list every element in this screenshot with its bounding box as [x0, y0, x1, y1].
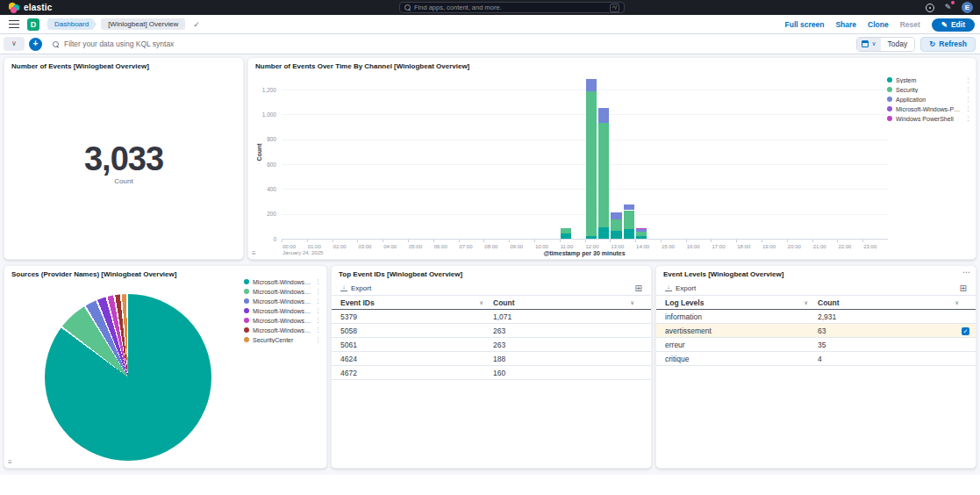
- legend-toggle-icon[interactable]: ≡: [252, 249, 256, 257]
- x-axis-tick: 04:00: [383, 244, 397, 249]
- legend-label: System: [896, 77, 962, 83]
- legend-options-icon[interactable]: ⋮: [315, 336, 321, 343]
- bar-chart: Count 02004006008001,0001,200 January 24…: [248, 72, 976, 259]
- legend-options-icon[interactable]: ⋮: [315, 317, 321, 324]
- table-row: erreur35: [656, 338, 976, 352]
- legend-options-icon[interactable]: ⋮: [965, 76, 971, 83]
- kql-query-input[interactable]: Filter your data using KQL syntax: [53, 39, 856, 48]
- sort-chevron-icon: ∨: [630, 299, 634, 306]
- brand-name: elastic: [24, 3, 53, 12]
- global-search-placeholder: Find apps, content, and more.: [414, 4, 606, 11]
- pencil-icon: ✎: [941, 20, 948, 29]
- legend-options-icon[interactable]: ⋮: [965, 96, 971, 103]
- table-grid-icon[interactable]: ⊞: [960, 283, 967, 293]
- x-tick-mark: [534, 240, 535, 242]
- column-header-event-ids[interactable]: Event IDs∨: [332, 298, 491, 307]
- x-axis-tick: 08:00: [484, 244, 497, 249]
- add-filter-button[interactable]: +: [29, 38, 42, 51]
- breadcrumb-current[interactable]: [Winlogbeat] Overview: [101, 18, 185, 30]
- legend-item[interactable]: Microsoft-Windows-Ker...⋮: [244, 307, 321, 314]
- bar-segment: [636, 232, 647, 237]
- x-tick-mark: [483, 240, 484, 242]
- reset-button[interactable]: Reset: [900, 20, 920, 29]
- global-search-input[interactable]: Find apps, content, and more. ^/: [399, 2, 625, 13]
- panel-title: Number of Events Over Time By Channel [W…: [248, 58, 976, 71]
- filter-options-button[interactable]: ∨: [4, 37, 25, 51]
- legend-options-icon[interactable]: ⋮: [965, 115, 971, 122]
- x-axis-tick: 23:00: [863, 244, 876, 249]
- legend-options-icon[interactable]: ⋮: [315, 307, 321, 314]
- column-header-count[interactable]: Count∨: [816, 298, 976, 307]
- legend-color-dot: [244, 327, 249, 333]
- cell-count: 263: [491, 326, 651, 335]
- legend-label: Microsoft-Windows-Filt...: [253, 298, 311, 305]
- x-axis-tick: 03:00: [358, 244, 371, 249]
- legend-item[interactable]: Security⋮: [887, 86, 971, 93]
- menu-hamburger-icon[interactable]: [9, 20, 19, 28]
- legend-options-icon[interactable]: ⋮: [315, 288, 321, 295]
- legend-item[interactable]: Microsoft-Windows-Sec...⋮: [244, 278, 321, 285]
- cell-key: critique: [656, 355, 816, 363]
- legend-item[interactable]: SecurityCenter⋮: [244, 336, 321, 343]
- column-header-log-levels[interactable]: Log Levels∨: [656, 298, 816, 307]
- legend-item[interactable]: System⋮: [887, 76, 971, 83]
- legend-options-icon[interactable]: ⋮: [965, 105, 971, 112]
- bar-segment: [611, 212, 621, 220]
- table-toolbar: ↓Export ⊞: [656, 281, 976, 296]
- table-grid-icon[interactable]: ⊞: [635, 283, 642, 293]
- global-header: elastic Find apps, content, and more. ^/…: [0, 0, 980, 15]
- x-tick-mark: [661, 240, 662, 242]
- table-row: critique4: [656, 352, 976, 366]
- legend-options-icon[interactable]: ⋮: [315, 278, 321, 285]
- breadcrumb-dashboard[interactable]: Dashboard: [47, 18, 97, 30]
- export-button[interactable]: ↓Export: [340, 284, 371, 292]
- calendar-button[interactable]: ∨: [857, 38, 880, 51]
- legend-item[interactable]: Microsoft-Windows-Filt...⋮: [244, 298, 321, 305]
- clone-button[interactable]: Clone: [868, 20, 889, 29]
- legend-item[interactable]: Windows PowerShell⋮: [887, 115, 971, 122]
- bar-segment: [636, 229, 647, 231]
- export-button[interactable]: ↓Export: [665, 284, 696, 292]
- bar-segment: [636, 236, 647, 239]
- table-body: 53791,0715058263506126346241884672160: [332, 310, 651, 380]
- legend-options-icon[interactable]: ⋮: [315, 326, 321, 334]
- bar-segment: [636, 228, 647, 229]
- legend-item[interactable]: Microsoft-Windows-Sec...⋮: [244, 288, 321, 295]
- panel-sources-pie: Sources (Provider Names) [Winlogbeat Ove…: [4, 265, 327, 469]
- pie-chart: [45, 294, 211, 461]
- cell-key: information: [656, 312, 816, 321]
- sort-chevron-icon: ∨: [804, 299, 808, 306]
- legend-item[interactable]: Microsoft-Windows-Po...⋮: [887, 105, 971, 112]
- legend-item[interactable]: Microsoft-Windows-DN...⋮: [244, 317, 321, 324]
- table-header: Log Levels∨ Count∨: [656, 296, 976, 310]
- time-range-label[interactable]: Today: [881, 38, 915, 51]
- refresh-button[interactable]: ↻Refresh: [920, 37, 976, 52]
- saved-check-icon[interactable]: ✓: [193, 20, 200, 29]
- chevron-down-icon: ∨: [871, 40, 876, 47]
- dashboard-app-badge[interactable]: D: [27, 18, 39, 31]
- bar-segment: [611, 219, 621, 231]
- cell-key: 5058: [332, 326, 491, 335]
- cell-count: 160: [491, 369, 651, 377]
- table-toolbar: ↓Export ⊞: [332, 281, 651, 296]
- full-screen-button[interactable]: Full screen: [785, 20, 825, 29]
- legend-options-icon[interactable]: ⋮: [965, 86, 971, 93]
- legend-item[interactable]: Application⋮: [887, 96, 971, 103]
- row-filter-checkbox[interactable]: ✓: [962, 327, 969, 335]
- panel-options-icon[interactable]: ⋯: [962, 268, 971, 276]
- user-avatar[interactable]: E: [962, 2, 973, 13]
- x-tick-mark: [333, 240, 333, 242]
- help-icon[interactable]: [926, 4, 934, 12]
- legend-options-icon[interactable]: ⋮: [315, 298, 321, 305]
- legend-toggle-icon[interactable]: ≡: [8, 458, 12, 466]
- edit-button[interactable]: ✎Edit: [932, 18, 975, 32]
- notifications-icon[interactable]: ✎: [943, 3, 953, 12]
- legend-item[interactable]: Microsoft-Windows-Ker...⋮: [244, 326, 321, 334]
- x-axis-tick: 13:00: [611, 244, 624, 249]
- legend-color-dot: [244, 337, 249, 342]
- share-button[interactable]: Share: [835, 20, 856, 29]
- x-axis-tick: 21:00: [813, 244, 826, 249]
- elastic-logo[interactable]: elastic: [9, 3, 53, 13]
- cell-key: 5061: [332, 341, 491, 349]
- column-header-count[interactable]: Count∨: [491, 298, 651, 307]
